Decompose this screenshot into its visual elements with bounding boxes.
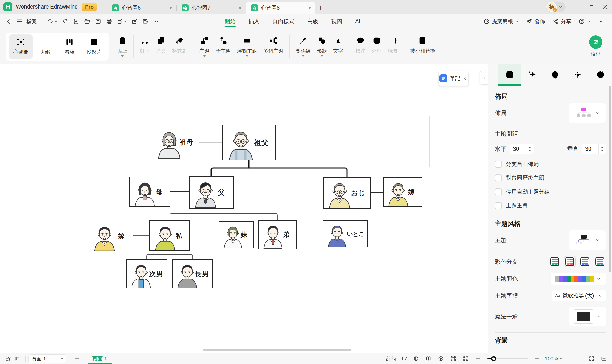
new-document-button[interactable] xyxy=(71,16,81,27)
frame-view-icon[interactable] xyxy=(13,354,23,364)
add-page-button[interactable] xyxy=(72,354,82,364)
new-tab-button[interactable]: + xyxy=(315,3,326,13)
document-tab[interactable]: 心智圖6 xyxy=(107,2,176,14)
stepper-up-icon[interactable] xyxy=(601,147,603,148)
stepper-up-icon[interactable] xyxy=(529,147,531,148)
branch-palette-option[interactable] xyxy=(594,256,606,267)
panel-collapse-button[interactable] xyxy=(480,71,488,85)
horizontal-scrollbar[interactable] xyxy=(203,349,351,351)
ribbon-shape-button[interactable]: 形狀 xyxy=(314,33,330,61)
minimize-button[interactable] xyxy=(572,0,585,14)
branch-palette-option[interactable] xyxy=(579,256,591,267)
panel-tab-history[interactable] xyxy=(589,64,612,86)
fit-screen-icon[interactable] xyxy=(449,354,458,364)
outline-pin-icon[interactable] xyxy=(3,354,13,364)
menu-tab-5[interactable]: AI xyxy=(355,14,360,29)
document-tab[interactable]: 心智圖8 xyxy=(246,2,315,14)
fit-width-icon[interactable] xyxy=(599,354,609,364)
theme-font-dropdown[interactable]: Aa 微软雅黑 (大) xyxy=(552,290,606,301)
save-as-button[interactable] xyxy=(140,16,151,27)
redo-button[interactable] xyxy=(60,16,71,27)
menu-tab-3[interactable]: 高級 xyxy=(307,14,318,29)
panel-tab-ai[interactable] xyxy=(521,64,544,86)
export-button[interactable]: 匯出 xyxy=(589,35,606,58)
mode-mindmap[interactable]: 心智圖 xyxy=(9,34,33,59)
publish-button[interactable]: 發佈 xyxy=(523,18,547,25)
theme-color-dropdown[interactable] xyxy=(551,273,606,285)
print-button[interactable] xyxy=(104,16,115,27)
mode-slides[interactable]: 投影片 xyxy=(82,34,106,59)
ribbon-searchdoc-button[interactable]: 搜尋和替換 xyxy=(407,33,438,61)
menu-tab-0[interactable]: 開始 xyxy=(225,14,236,29)
menu-tab-4[interactable]: 視圖 xyxy=(331,14,342,29)
vertical-spacing-stepper[interactable]: 30 xyxy=(582,144,606,154)
collapse-ribbon-button[interactable] xyxy=(596,18,607,25)
mode-outline[interactable]: 大綱 xyxy=(33,34,57,59)
quickbar-more-button[interactable] xyxy=(151,16,162,27)
share-button[interactable]: 分享 xyxy=(550,18,574,25)
family-node[interactable]: 祖母 xyxy=(152,126,199,159)
ribbon-paste-button[interactable]: 貼上 xyxy=(114,33,131,61)
main-menu-button[interactable] xyxy=(14,16,25,27)
checkbox-unchecked[interactable] xyxy=(495,202,502,209)
stepper-down-icon[interactable] xyxy=(601,150,603,151)
family-node[interactable]: 祖父 xyxy=(222,125,276,160)
horizontal-spacing-stepper[interactable]: 30 xyxy=(510,144,533,154)
export-file-button[interactable] xyxy=(115,16,129,27)
restore-button[interactable] xyxy=(585,0,599,14)
ribbon-text-button[interactable]: 文字 xyxy=(330,33,346,61)
help-button[interactable] xyxy=(576,18,593,25)
back-button[interactable] xyxy=(3,16,14,27)
magic-hand-drawn-dropdown[interactable] xyxy=(569,307,606,326)
stepper-down-icon[interactable] xyxy=(529,150,531,151)
checkbox-unchecked[interactable] xyxy=(495,188,502,195)
map-overview-icon[interactable] xyxy=(424,354,433,364)
panel-tab-style[interactable] xyxy=(498,64,521,86)
family-node[interactable]: 嫁 xyxy=(383,177,422,207)
ribbon-floating-button[interactable]: 浮動主題 xyxy=(234,33,260,61)
fullscreen-icon[interactable] xyxy=(587,354,596,364)
zoom-slider-thumb[interactable] xyxy=(491,356,496,361)
zoom-level[interactable]: 100% xyxy=(545,356,562,362)
page-tab[interactable]: 頁面-1 xyxy=(88,353,112,364)
theme-dropdown[interactable] xyxy=(569,230,606,250)
checkbox-unchecked[interactable] xyxy=(495,174,502,182)
family-node[interactable]: 次男 xyxy=(126,259,167,288)
mouse-mode-icon[interactable] xyxy=(411,354,421,364)
vertical-scrollbar[interactable] xyxy=(429,116,430,167)
zoom-in-button[interactable] xyxy=(532,354,542,364)
undo-button[interactable] xyxy=(45,16,60,27)
present-button[interactable]: 提案簡報 xyxy=(481,18,521,25)
checkbox-unchecked[interactable] xyxy=(495,161,502,168)
import-file-button[interactable] xyxy=(129,16,140,27)
panel-tab-sticker[interactable] xyxy=(544,64,566,86)
pro-badge[interactable]: Pro xyxy=(81,3,97,11)
presentation-icon[interactable] xyxy=(436,354,446,364)
family-node[interactable]: おじ xyxy=(323,177,372,209)
open-button[interactable] xyxy=(81,16,93,27)
mindmap-canvas[interactable]: 筆記 祖母祖父母父おじ嫁嫁私妹弟いとこ次男長男 xyxy=(0,64,488,353)
zoom-slider[interactable] xyxy=(487,358,528,359)
family-node[interactable]: 弟 xyxy=(258,220,297,249)
branch-palette-option[interactable] xyxy=(549,256,560,267)
document-tab[interactable]: 心智圖7 xyxy=(177,2,246,14)
menu-tab-2[interactable]: 頁面樣式 xyxy=(272,14,294,29)
branch-palette-option-selected[interactable] xyxy=(564,256,576,267)
notes-button[interactable]: 筆記 xyxy=(438,71,468,86)
ribbon-topic-button[interactable]: 主題 xyxy=(196,33,213,61)
mode-kanban[interactable]: 看板 xyxy=(58,34,81,59)
page-select-dropdown[interactable]: 頁面-1 xyxy=(28,354,66,363)
family-node[interactable]: 妹 xyxy=(219,221,253,248)
family-node[interactable]: いとこ xyxy=(323,220,368,247)
family-node[interactable]: 長男 xyxy=(172,259,213,288)
save-button[interactable] xyxy=(93,16,104,27)
close-button[interactable] xyxy=(599,0,612,14)
file-menu[interactable]: 檔案 xyxy=(26,18,37,25)
layout-dropdown[interactable] xyxy=(569,103,606,123)
menu-tab-1[interactable]: 插入 xyxy=(249,14,259,29)
panel-tab-theme[interactable] xyxy=(567,64,589,86)
expand-arrows-icon[interactable] xyxy=(461,354,471,364)
family-node[interactable]: 父 xyxy=(189,176,234,209)
ribbon-subtopic-button[interactable]: 子主題 xyxy=(213,33,234,61)
zoom-out-button[interactable] xyxy=(474,354,483,364)
